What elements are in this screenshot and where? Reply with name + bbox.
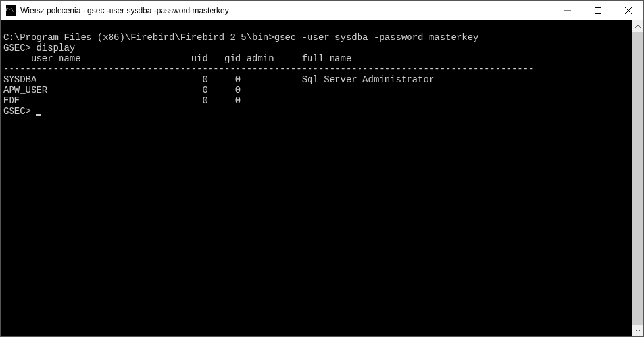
terminal-row: APW_USER 0 0 bbox=[3, 85, 241, 95]
maximize-icon bbox=[595, 7, 601, 14]
scroll-track[interactable] bbox=[632, 32, 643, 325]
minimize-button[interactable] bbox=[553, 1, 583, 20]
terminal-divider: ----------------------------------------… bbox=[3, 64, 534, 74]
scroll-up-arrow[interactable] bbox=[632, 20, 643, 32]
cmd-icon: C:\. bbox=[6, 5, 16, 16]
chevron-down-icon bbox=[635, 330, 641, 332]
maximize-button[interactable] bbox=[583, 1, 613, 20]
window-controls bbox=[553, 1, 643, 20]
close-icon bbox=[625, 7, 632, 14]
window-titlebar: C:\. Wiersz polecenia - gsec -user sysdb… bbox=[1, 1, 643, 20]
scroll-down-arrow[interactable] bbox=[632, 325, 643, 336]
terminal-header: user name uid gid admin full name bbox=[3, 53, 351, 64]
terminal-line: C:\Program Files (x86)\Firebird\Firebird… bbox=[3, 32, 479, 43]
chevron-up-icon bbox=[635, 25, 641, 28]
content-area: C:\Program Files (x86)\Firebird\Firebird… bbox=[1, 20, 643, 336]
terminal-line: GSEC> display bbox=[3, 43, 75, 53]
close-button[interactable] bbox=[613, 1, 643, 20]
window-title: Wiersz polecenia - gsec -user sysdba -pa… bbox=[20, 6, 553, 15]
terminal-output[interactable]: C:\Program Files (x86)\Firebird\Firebird… bbox=[1, 20, 632, 336]
terminal-cursor bbox=[36, 114, 41, 116]
terminal-row: SYSDBA 0 0 Sql Server Administrator bbox=[3, 74, 434, 85]
cmd-icon-text: C:\. bbox=[6, 8, 17, 13]
terminal-prompt: GSEC> bbox=[3, 106, 36, 117]
vertical-scrollbar[interactable] bbox=[632, 20, 643, 336]
svg-rect-1 bbox=[595, 7, 601, 13]
minimize-icon bbox=[564, 7, 571, 14]
terminal-row: EDE 0 0 bbox=[3, 95, 241, 106]
scroll-thumb[interactable] bbox=[632, 32, 643, 325]
